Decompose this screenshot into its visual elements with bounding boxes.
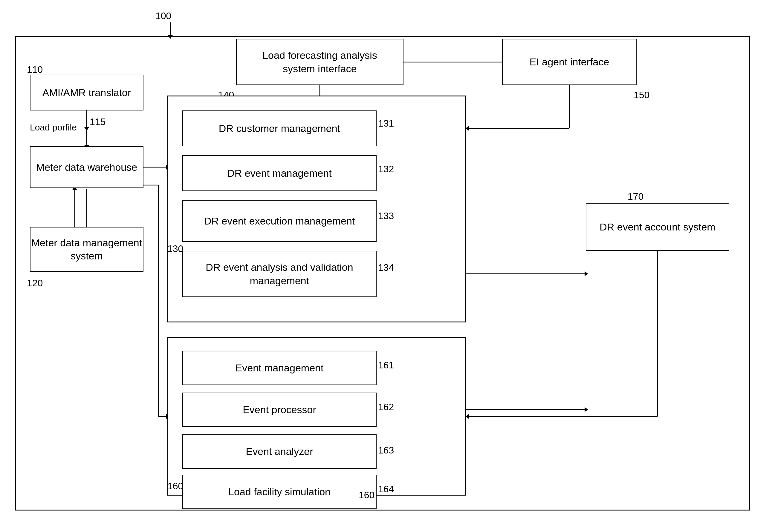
ref-100: 100 xyxy=(155,10,171,21)
load-profile-label: Load porfile xyxy=(30,122,77,133)
event-analyzer-label: Event analyzer xyxy=(246,445,313,458)
dr-customer-box: DR customer management xyxy=(182,110,377,146)
ref-110: 110 xyxy=(27,64,43,75)
dr-customer-label: DR customer management xyxy=(219,122,340,135)
meter-warehouse-label: Meter data warehouse xyxy=(36,161,137,174)
dr-account-label: DR event account system xyxy=(600,220,715,233)
dr-event-exec-label: DR event execution management xyxy=(204,214,355,227)
ref-170: 170 xyxy=(628,191,644,202)
ei-agent-label: EI agent interface xyxy=(529,55,610,68)
ref-130: 130 xyxy=(167,243,183,254)
dr-event-analysis-label: DR event analysis and validation managem… xyxy=(183,261,376,287)
ref-131: 131 xyxy=(378,118,394,129)
ref-133: 133 xyxy=(378,210,394,222)
event-mgmt-box: Event management xyxy=(182,351,377,385)
ref-160-c: 160 xyxy=(359,490,374,501)
ref-132: 132 xyxy=(378,164,394,175)
event-mgmt-label: Event management xyxy=(236,361,324,374)
meter-mgmt-box: Meter data management system xyxy=(30,227,143,272)
meter-warehouse-box: Meter data warehouse xyxy=(30,146,143,188)
ref-134: 134 xyxy=(378,262,394,273)
dr-event-box: DR event management xyxy=(182,155,377,191)
ref-161: 161 xyxy=(378,360,394,371)
load-facility-label: Load facility simulation xyxy=(228,485,331,498)
ami-amr-box: AMI/AMR translator xyxy=(30,75,143,110)
ref-150: 150 xyxy=(634,90,650,101)
ref-120: 120 xyxy=(27,278,43,289)
dr-event-analysis-box: DR event analysis and validation managem… xyxy=(182,251,377,297)
dr-event-label: DR event management xyxy=(227,167,332,180)
ami-amr-label: AMI/AMR translator xyxy=(42,86,131,99)
ref-115: 115 xyxy=(90,116,105,127)
dr-event-exec-box: DR event execution management xyxy=(182,200,377,242)
ref-163: 163 xyxy=(378,445,394,456)
ref-160: 160 xyxy=(167,481,183,492)
diagram-container: 100 xyxy=(0,0,769,532)
meter-mgmt-label: Meter data management system xyxy=(30,236,143,262)
load-forecasting-box: Load forecasting analysis system interfa… xyxy=(236,39,403,85)
dr-account-box: DR event account system xyxy=(586,203,729,251)
ref-162: 162 xyxy=(378,402,394,413)
load-forecasting-label: Load forecasting analysis system interfa… xyxy=(263,49,377,75)
event-processor-box: Event processor xyxy=(182,393,377,427)
ref-164: 164 xyxy=(378,484,394,495)
load-facility-box: Load facility simulation xyxy=(182,475,377,509)
event-analyzer-box: Event analyzer xyxy=(182,434,377,469)
ei-agent-box: EI agent interface xyxy=(502,39,637,85)
event-processor-label: Event processor xyxy=(243,403,316,416)
